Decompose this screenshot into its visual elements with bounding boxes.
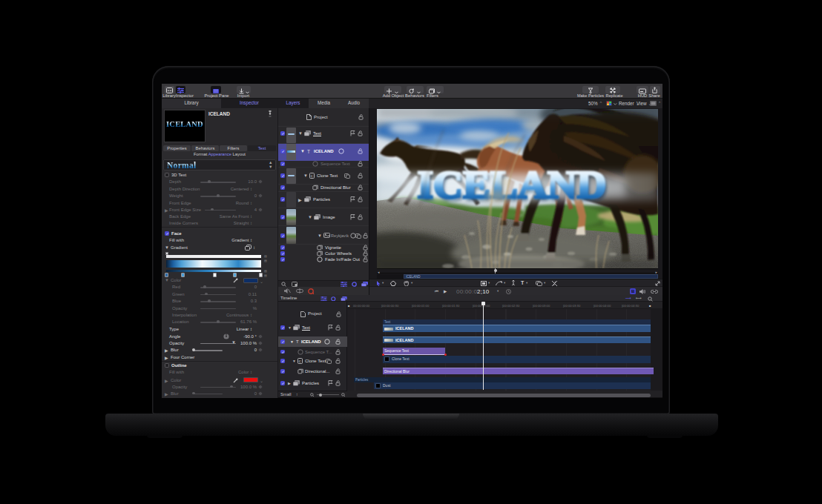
- svg-text:c: c: [311, 173, 313, 178]
- svg-text:c: c: [299, 359, 301, 363]
